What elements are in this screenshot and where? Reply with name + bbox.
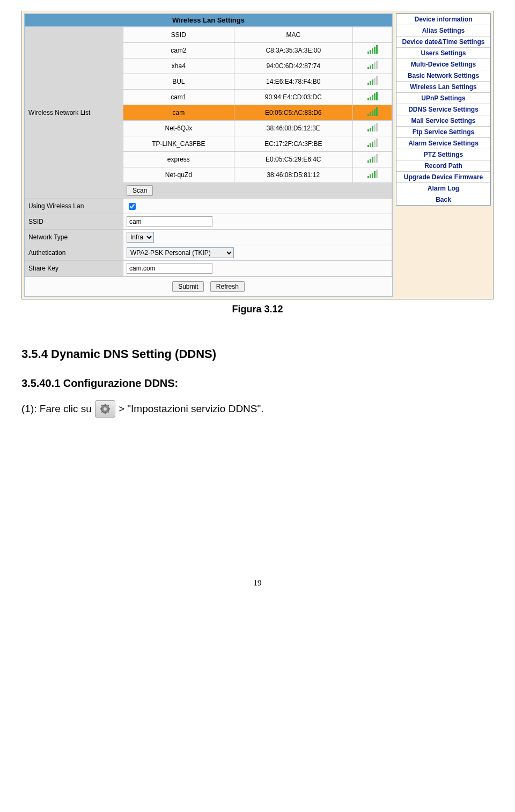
cell-ssid: TP-LINK_CA3FBE xyxy=(123,136,234,152)
signal-bars-icon xyxy=(367,108,378,116)
ssid-label: SSID xyxy=(25,214,123,230)
col-mac: MAC xyxy=(234,27,352,43)
col-ssid: SSID xyxy=(123,27,234,43)
sidebar-item[interactable]: UPnP Settings xyxy=(396,93,490,104)
ssid-input[interactable] xyxy=(127,216,212,227)
share-key-input[interactable] xyxy=(127,263,212,274)
page-number: 19 xyxy=(21,579,494,588)
network-table: Wireless Network ListSSIDMACcam2C8:3A:35… xyxy=(25,27,392,276)
scan-button[interactable]: Scan xyxy=(127,185,153,196)
section-heading: 3.5.4 Dynamic DNS Setting (DDNS) xyxy=(21,347,494,361)
sidebar-item[interactable]: Back xyxy=(396,194,490,205)
signal-bars-icon xyxy=(367,93,378,100)
cell-signal xyxy=(353,152,392,167)
step-text-post: > "Impostazioni servizio DDNS". xyxy=(119,401,264,417)
subsection-heading: 3.5.40.1 Configurazione DDNS: xyxy=(21,377,494,390)
cell-ssid: express xyxy=(123,152,234,167)
sidebar-nav: Device informationAlias SettingsDevice d… xyxy=(396,13,491,206)
cell-mac: 14:E6:E4:78:F4:B0 xyxy=(234,74,352,90)
cell-ssid: xha4 xyxy=(123,58,234,74)
cell-signal xyxy=(353,167,392,183)
signal-bars-icon xyxy=(367,77,378,85)
sidebar-item[interactable]: Wireless Lan Settings xyxy=(396,82,490,93)
cell-ssid: Net-quZd xyxy=(123,167,234,183)
sidebar-item[interactable]: Multi-Device Settings xyxy=(396,59,490,70)
signal-bars-icon xyxy=(367,155,378,163)
col-signal xyxy=(353,27,392,43)
svg-rect-2 xyxy=(105,404,106,406)
sidebar-item[interactable]: Users Settings xyxy=(396,48,490,59)
cell-signal xyxy=(353,136,392,152)
authentication-select[interactable]: WPA2-PSK Personal (TKIP) xyxy=(127,247,234,258)
cell-signal xyxy=(353,90,392,105)
sidebar-item[interactable]: PTZ Settings xyxy=(396,149,490,160)
cell-signal xyxy=(353,74,392,90)
cell-mac: 90:94:E4:CD:03:DC xyxy=(234,90,352,105)
signal-bars-icon xyxy=(367,140,378,147)
gear-icon xyxy=(95,400,115,418)
sidebar-item[interactable]: Basic Network Settings xyxy=(396,70,490,82)
signal-bars-icon xyxy=(367,62,378,69)
svg-rect-3 xyxy=(105,412,106,414)
sidebar-item[interactable]: Device information xyxy=(396,14,490,25)
cell-mac: 38:46:08:D5:12:3E xyxy=(234,121,352,136)
cell-mac: C8:3A:35:3A:3E:00 xyxy=(234,43,352,58)
sidebar-item[interactable]: Upgrade Device Firmware xyxy=(396,172,490,183)
network-type-label: Network Type xyxy=(25,230,123,245)
cell-mac: EC:17:2F:CA:3F:BE xyxy=(234,136,352,152)
cell-signal xyxy=(353,58,392,74)
sidebar-item[interactable]: DDNS Service Settings xyxy=(396,104,490,115)
wireless-settings-panel: Wireless Lan Settings Wireless Network L… xyxy=(24,13,393,297)
sidebar-item[interactable]: Device date&Time Settings xyxy=(396,36,490,48)
cell-signal xyxy=(353,105,392,121)
sidebar-item[interactable]: Alias Settings xyxy=(396,25,490,36)
using-wireless-checkbox[interactable] xyxy=(129,203,136,210)
cell-mac: 38:46:08:D5:81:12 xyxy=(234,167,352,183)
sidebar-item[interactable]: Alarm Service Settings xyxy=(396,138,490,149)
cell-ssid: cam2 xyxy=(123,43,234,58)
cell-ssid: cam1 xyxy=(123,90,234,105)
signal-bars-icon xyxy=(367,46,378,54)
signal-bars-icon xyxy=(367,124,378,131)
sidebar-item[interactable]: Alarm Log xyxy=(396,183,490,194)
cell-ssid: BUL xyxy=(123,74,234,90)
cell-mac: 94:0C:6D:42:87:74 xyxy=(234,58,352,74)
step-text: (1): Fare clic su > "Impostazioni serviz… xyxy=(21,400,494,418)
network-list-label: Wireless Network List xyxy=(25,27,123,199)
using-wireless-label: Using Wireless Lan xyxy=(25,199,123,214)
sidebar-item[interactable]: Ftp Service Settings xyxy=(396,127,490,138)
cell-ssid: cam xyxy=(123,105,234,121)
signal-bars-icon xyxy=(367,171,378,178)
screenshot-container: Wireless Lan Settings Wireless Network L… xyxy=(21,11,494,299)
cell-ssid: Net-6QJx xyxy=(123,121,234,136)
step-text-pre: (1): Fare clic su xyxy=(21,401,92,417)
submit-button[interactable]: Submit xyxy=(172,281,204,292)
network-type-select[interactable]: Infra xyxy=(127,232,154,243)
svg-rect-4 xyxy=(100,408,102,409)
submit-row: Submit Refresh xyxy=(25,276,392,296)
cell-signal xyxy=(353,43,392,58)
svg-rect-5 xyxy=(108,408,110,409)
panel-title: Wireless Lan Settings xyxy=(25,14,392,27)
sidebar-item[interactable]: Record Path xyxy=(396,160,490,172)
figure-caption: Figura 3.12 xyxy=(21,304,494,315)
cell-mac: E0:05:C5:29:E6:4C xyxy=(234,152,352,167)
cell-signal xyxy=(353,121,392,136)
sidebar-item[interactable]: Mail Service Settings xyxy=(396,115,490,127)
refresh-button[interactable]: Refresh xyxy=(210,281,245,292)
authentication-label: Authetication xyxy=(25,245,123,261)
svg-point-1 xyxy=(104,407,107,411)
share-key-label: Share Key xyxy=(25,261,123,276)
cell-mac: E0:05:C5:AC:83:D6 xyxy=(234,105,352,121)
